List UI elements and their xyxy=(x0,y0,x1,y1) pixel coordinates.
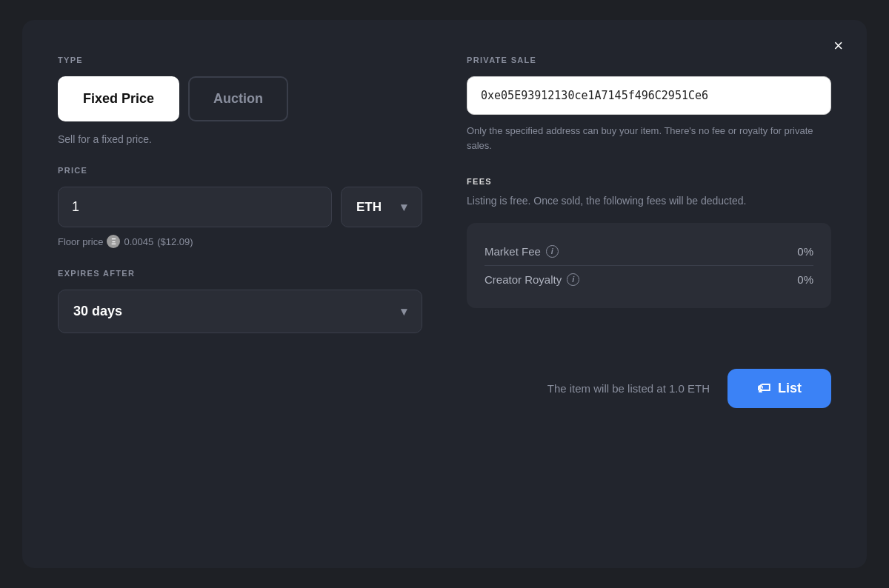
expires-section: EXPIRES AFTER 30 days ▾ xyxy=(58,269,422,333)
type-description: Sell for a fixed price. xyxy=(58,133,422,145)
floor-price-text: Floor price xyxy=(58,236,103,247)
private-sale-input[interactable] xyxy=(467,76,831,115)
market-fee-info-icon[interactable]: i xyxy=(546,245,559,258)
creator-royalty-row: Creator Royalty i 0% xyxy=(485,266,813,293)
modal-body: TYPE Fixed Price Auction Sell for a fixe… xyxy=(58,56,831,333)
floor-eth-value: 0.0045 xyxy=(124,236,153,247)
chevron-down-icon: ▾ xyxy=(401,200,407,214)
market-fee-value: 0% xyxy=(797,245,813,258)
modal-footer: The item will be listed at 1.0 ETH 🏷 Lis… xyxy=(58,369,831,408)
list-label: List xyxy=(778,381,802,396)
private-sale-description: Only the specified address can buy your … xyxy=(467,124,831,153)
creator-royalty-info-icon[interactable]: i xyxy=(567,273,579,286)
expires-chevron-icon: ▾ xyxy=(401,304,407,318)
floor-usd-value: ($12.09) xyxy=(157,236,193,247)
right-column: PRIVATE SALE Only the specified address … xyxy=(467,56,831,333)
currency-select[interactable]: ETH ▾ xyxy=(341,187,422,227)
eth-icon: Ξ xyxy=(107,235,120,248)
listing-info: The item will be listed at 1.0 ETH xyxy=(547,382,710,395)
expires-select[interactable]: 30 days ▾ xyxy=(58,290,422,333)
price-label: PRICE xyxy=(58,166,422,175)
modal-container: × TYPE Fixed Price Auction Sell for a fi… xyxy=(22,20,867,568)
market-fee-row: Market Fee i 0% xyxy=(485,238,813,266)
price-section: PRICE ETH ▾ Floor price Ξ 0.0045 ($12.09… xyxy=(58,166,422,248)
price-input[interactable] xyxy=(58,187,332,227)
expires-label: EXPIRES AFTER xyxy=(58,269,422,278)
private-sale-label: PRIVATE SALE xyxy=(467,56,831,64)
expires-value: 30 days xyxy=(73,304,122,319)
creator-royalty-label: Creator Royalty xyxy=(485,273,562,286)
fees-box: Market Fee i 0% Creator Royalty i 0% xyxy=(467,223,831,308)
auction-button[interactable]: Auction xyxy=(188,76,288,121)
market-fee-name: Market Fee i xyxy=(485,245,559,258)
left-column: TYPE Fixed Price Auction Sell for a fixe… xyxy=(58,56,422,333)
creator-royalty-name: Creator Royalty i xyxy=(485,273,579,286)
creator-royalty-value: 0% xyxy=(797,273,813,286)
price-row: ETH ▾ xyxy=(58,187,422,227)
fees-description: Listing is free. Once sold, the followin… xyxy=(467,193,831,210)
floor-price: Floor price Ξ 0.0045 ($12.09) xyxy=(58,235,422,248)
close-button[interactable]: × xyxy=(828,35,849,57)
tag-icon: 🏷 xyxy=(757,381,770,396)
currency-label: ETH xyxy=(356,200,382,215)
fees-label: FEES xyxy=(467,177,831,186)
type-label: TYPE xyxy=(58,56,422,64)
list-button[interactable]: 🏷 List xyxy=(727,369,831,408)
fixed-price-button[interactable]: Fixed Price xyxy=(58,76,179,121)
type-buttons: Fixed Price Auction xyxy=(58,76,422,121)
market-fee-label: Market Fee xyxy=(485,245,541,258)
